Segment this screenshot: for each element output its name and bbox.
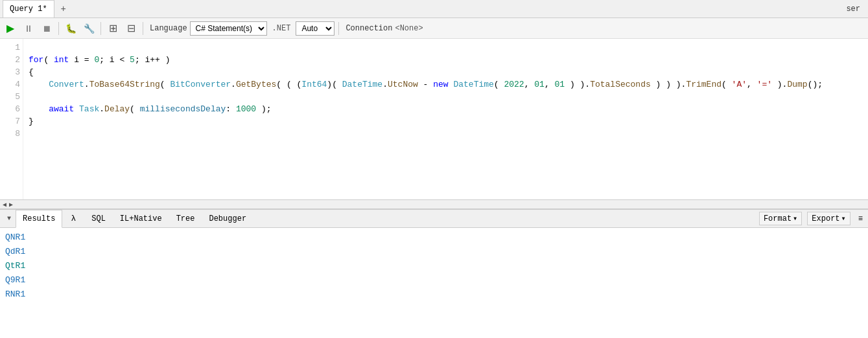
result-item-1: QNR1: [5, 231, 863, 245]
toolbar-sep-3: [143, 22, 143, 35]
export-button[interactable]: Export ▾: [807, 212, 850, 225]
code-editor[interactable]: for( int i = 0; i < 5; i++ ) { Convert.T…: [23, 39, 868, 199]
toolbar: ▶ ⏸ ⏹ 🐛 🔧 ⊞ ⊟ Language C# Statement(s) C…: [0, 18, 868, 39]
code-line-7: [29, 129, 34, 139]
tab-il-native[interactable]: IL+Native: [113, 210, 169, 228]
tab-debugger[interactable]: Debugger: [202, 210, 253, 228]
tab-tree[interactable]: Tree: [169, 210, 202, 228]
result-item-4: Q9R1: [5, 273, 863, 287]
code-line-3: Convert.ToBase64String( BitConverter.Get…: [29, 80, 823, 89]
result-item-2: QdR1: [5, 245, 863, 259]
language-label: Language: [150, 24, 187, 33]
line-num-8: 8: [5, 128, 20, 140]
hscroll-bar: ◀ ▶: [0, 199, 868, 208]
tab-results[interactable]: Results: [16, 210, 62, 228]
tab-sql-label: SQL: [91, 214, 106, 223]
tab-sql[interactable]: SQL: [84, 210, 113, 228]
code-line-8: [29, 141, 34, 151]
results-panel: ▼ Results λ SQL IL+Native Tree Debugger …: [0, 208, 868, 338]
code-line-1: for( int i = 0; i < 5; i++ ): [29, 55, 170, 65]
export-label: Export: [812, 214, 839, 223]
dotnet-select[interactable]: Auto .NET 6 .NET 7: [296, 21, 334, 36]
code-line-5: await Task.Delay( millisecondsDelay: 100…: [29, 104, 272, 114]
tab-results-label: Results: [23, 214, 55, 223]
pause-button[interactable]: ⏸: [21, 21, 36, 36]
connection-value: <None>: [395, 24, 423, 33]
editor-area: 1 2 3 4 5 6 7 8 for( int i = 0; i < 5; i…: [0, 39, 868, 199]
tab-tree-label: Tree: [176, 214, 195, 223]
tab-bar: Query 1* + ser: [0, 0, 868, 18]
code-line-6: }: [29, 117, 34, 126]
new-tab-button[interactable]: +: [56, 4, 71, 14]
line-num-6: 6: [5, 103, 20, 115]
tab-right-label: ser: [846, 5, 865, 14]
grid2-button[interactable]: ⊟: [123, 21, 139, 36]
code-line-2: {: [29, 67, 34, 77]
dotnet-label: .NET: [272, 24, 291, 33]
language-select[interactable]: C# Statement(s) C# Program VB Statement(…: [190, 21, 267, 36]
hscroll-left[interactable]: ◀: [3, 201, 6, 208]
results-tab-right: Format ▾ Export ▾ ≡: [759, 212, 865, 225]
result-item-3: QtR1: [5, 259, 863, 273]
run-button[interactable]: ▶: [3, 21, 18, 36]
line-num-1: 1: [5, 41, 20, 54]
format-button[interactable]: Format ▾: [759, 212, 802, 225]
hscroll-right[interactable]: ▶: [9, 201, 13, 208]
tab-lambda-label: λ: [71, 214, 76, 223]
line-num-3: 3: [5, 66, 20, 78]
connection-label: Connection: [346, 24, 392, 33]
grid1-button[interactable]: ⊞: [105, 21, 121, 36]
results-content: QNR1 QdR1 QtR1 Q9R1 RNR1: [0, 228, 868, 338]
toolbar-sep-4: [338, 22, 339, 35]
results-options-button[interactable]: ≡: [856, 213, 865, 225]
line-num-4: 4: [5, 78, 20, 91]
toolbar-sep-2: [100, 22, 101, 35]
line-num-5: 5: [5, 91, 20, 103]
line-num-7: 7: [5, 115, 20, 128]
format-chevron-icon: ▾: [793, 214, 797, 223]
debug2-button[interactable]: 🔧: [81, 21, 97, 36]
results-tabs: ▼ Results λ SQL IL+Native Tree Debugger …: [0, 210, 868, 228]
stop-button[interactable]: ⏹: [39, 21, 54, 36]
tab-lambda[interactable]: λ: [62, 210, 84, 228]
tab-il-native-label: IL+Native: [120, 214, 162, 223]
toolbar-sep-1: [58, 22, 59, 35]
tab-debugger-label: Debugger: [209, 214, 246, 223]
debug-button[interactable]: 🐛: [63, 21, 78, 36]
line-num-2: 2: [5, 54, 20, 66]
query-tab-label: Query 1*: [10, 5, 47, 14]
query-tab[interactable]: Query 1*: [3, 0, 54, 17]
results-tab-arrow[interactable]: ▼: [3, 210, 16, 228]
export-chevron-icon: ▾: [841, 214, 846, 223]
line-numbers: 1 2 3 4 5 6 7 8: [0, 39, 23, 199]
result-item-5: RNR1: [5, 287, 863, 302]
format-label: Format: [764, 214, 792, 223]
